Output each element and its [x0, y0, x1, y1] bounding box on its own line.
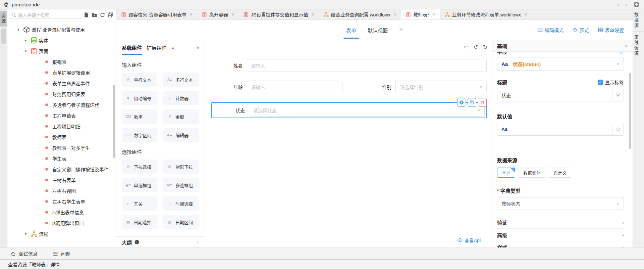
dict-type-select[interactable]: 教师状态 ∨ — [497, 197, 624, 210]
field-row-name[interactable]: 姓名 请输入 — [211, 59, 487, 72]
tree-item[interactable]: 表单扩展逻辑调用 — [7, 67, 113, 78]
component-button[interactable]: 1~3 数字区间 — [122, 128, 157, 142]
title-input[interactable]: 状态 — [497, 92, 612, 98]
search-input[interactable]: 输入关键字搜索 — [9, 11, 81, 19]
tab-system-components[interactable]: 系统组件 — [122, 40, 142, 55]
show-label-toggle[interactable]: ✓ 显示标签 — [598, 79, 624, 86]
component-button[interactable]: A 单行文本 — [122, 73, 157, 87]
component-button[interactable]: ⊟ 下拉选择 — [122, 160, 157, 174]
tree-item[interactable]: 财务费用归集表 — [7, 89, 113, 99]
editor-tab[interactable]: 业务环节修改流程表单.workflowx × — [440, 9, 532, 19]
right-bar-tab[interactable]: 离线资源 — [633, 32, 644, 59]
editor-tab[interactable]: 结合业务查询配置.workflowx × — [319, 9, 401, 19]
age-input[interactable]: 请输入 — [247, 81, 342, 93]
tree-item[interactable]: 工程申请表 — [7, 110, 113, 121]
collapsed-section[interactable]: 验证 › — [497, 216, 624, 228]
nav-forward-icon[interactable]: › — [625, 2, 627, 7]
editor-tab[interactable]: 高开容器 × — [197, 9, 239, 19]
delete-field-button[interactable] — [478, 98, 487, 107]
tree-item[interactable]: 教师表 — [7, 132, 113, 142]
tree-item[interactable]: 左树右表单 — [7, 175, 113, 185]
close-icon[interactable]: × — [311, 12, 314, 17]
outline-section[interactable]: 大纲 › — [116, 236, 204, 248]
chevron-right-icon[interactable]: › — [197, 239, 198, 245]
tree-item[interactable]: 报销表 — [7, 56, 113, 67]
copy-field-button[interactable] — [468, 98, 476, 107]
checkbox-checked-icon[interactable]: ✓ — [598, 80, 603, 85]
component-button[interactable]: # 自动编号 — [122, 91, 157, 105]
datasource-option-button[interactable]: 字典 — [497, 168, 515, 178]
close-icon[interactable]: × — [231, 12, 234, 17]
tab-extended-components[interactable]: 扩展组件 — [147, 40, 167, 55]
view-action-button[interactable]: 编码模式 — [537, 27, 564, 33]
default-value-input[interactable]: Aa — [497, 127, 612, 132]
component-button[interactable]: ◐ 开关 — [122, 196, 157, 211]
tree-item[interactable]: 表单生命周起事件 — [7, 78, 113, 89]
title-input-addon[interactable]: V — [612, 89, 624, 101]
properties-scrollbar[interactable] — [629, 73, 631, 149]
tree-item[interactable]: js弹出表单信息 — [7, 207, 113, 218]
field-settings-button[interactable] — [457, 98, 466, 107]
datasource-option-button[interactable]: 自定义 — [549, 168, 571, 178]
right-bar-tab[interactable]: 数据源 — [633, 9, 644, 32]
component-button[interactable]: ◉≡ 单选框组 — [122, 178, 157, 192]
tree-item[interactable]: 左树右学生表单 — [7, 196, 113, 207]
default-input-addon[interactable]: D — [612, 123, 624, 135]
close-icon[interactable]: × — [190, 12, 193, 17]
tree-item[interactable]: 自定义窗口操作按钮及事件 — [7, 164, 113, 175]
component-button[interactable]: ⊞ 树形下拉 — [163, 160, 199, 174]
view-api-link[interactable]: 查看Api — [457, 237, 481, 243]
bottom-panel-tab[interactable]: 问题 — [52, 250, 70, 257]
tab-default-view[interactable]: 默认视图 — [368, 20, 388, 40]
view-action-button[interactable]: 表单设置 — [598, 27, 624, 33]
collapsed-section[interactable]: 高级 › — [497, 228, 624, 241]
bottom-panel-tab[interactable]: 调试信息 — [10, 250, 38, 257]
gender-select[interactable]: 请选择性别 ∨ — [395, 81, 487, 93]
expand-arrow-icon[interactable]: ▾ — [17, 28, 23, 32]
editor-tab[interactable]: 教师表* × — [401, 9, 440, 19]
field-row-status-selected[interactable]: 状态 请选择状态 ∨ — [211, 102, 487, 118]
tree-item[interactable]: ▾ 流程 — [7, 228, 113, 239]
chevron-down-icon[interactable]: ∨ — [196, 45, 200, 50]
import-resource-icon[interactable] — [84, 12, 89, 18]
activity-bar-handle[interactable] — [1, 29, 6, 44]
expand-arrow-icon[interactable]: ▸ — [25, 38, 31, 43]
activity-tab-resources[interactable]: 资源 — [0, 11, 7, 27]
component-button[interactable]: A≡ 多行文本 — [163, 73, 199, 87]
refresh-icon[interactable] — [100, 12, 105, 18]
tree-item[interactable]: 工程项目明细 — [7, 121, 113, 132]
expand-arrow-icon[interactable]: ▾ — [25, 232, 31, 236]
tree-item[interactable]: js调用弹出窗口 — [7, 218, 113, 228]
collapse-all-icon[interactable] — [108, 12, 113, 18]
tree-item[interactable]: ▾ 页面 — [7, 46, 113, 56]
close-icon[interactable]: × — [524, 12, 527, 17]
component-button[interactable]: ◔ 时间选择 — [163, 196, 199, 211]
component-button[interactable]: ¥ 金额 — [163, 109, 199, 124]
tree-item[interactable]: 多选参与者子流程迭代 — [7, 99, 113, 110]
sidebar-scrollbar[interactable] — [113, 85, 115, 158]
component-button[interactable]: ▦ 日期选择 — [122, 215, 157, 229]
new-folder-icon[interactable] — [92, 12, 97, 18]
tree-item[interactable]: 左树右视图 — [7, 185, 113, 196]
undo-icon[interactable]: ↺ — [473, 44, 479, 50]
view-action-button[interactable]: 预览 — [572, 27, 589, 33]
tab-form[interactable]: 表单 — [346, 20, 356, 40]
save-layout-icon[interactable] — [634, 2, 639, 7]
component-button[interactable]: ± 计数器 — [163, 91, 199, 105]
section-basic[interactable]: 基础 ∨ — [492, 40, 633, 52]
tree-item[interactable]: 学生表 — [7, 153, 113, 164]
expand-arrow-icon[interactable]: ▾ — [25, 49, 31, 53]
bound-field-selector[interactable]: Aa 状态(status) ∨ — [497, 57, 624, 71]
close-icon[interactable]: × — [433, 12, 435, 17]
panel-menu-icon[interactable]: ≡ — [171, 45, 174, 50]
nav-back-icon[interactable]: ‹ — [618, 2, 620, 7]
name-input[interactable]: 请输入 — [247, 59, 487, 72]
tree-item[interactable]: 教师表一对多学生 — [7, 142, 113, 153]
redo-icon[interactable]: ↻ — [482, 44, 488, 50]
component-button[interactable]: A≣ 编辑器 — [163, 128, 199, 142]
editor-tab[interactable]: 顾客信息-资源容器引用表单 × — [116, 9, 197, 19]
editor-tab[interactable]: JS设置控件提交值和显示值 × — [239, 9, 319, 19]
datasource-option-button[interactable]: 数据实体 — [519, 168, 545, 178]
component-button[interactable]: ⊠≡ 多选框组 — [163, 178, 199, 192]
add-view-button[interactable]: + — [399, 26, 403, 34]
